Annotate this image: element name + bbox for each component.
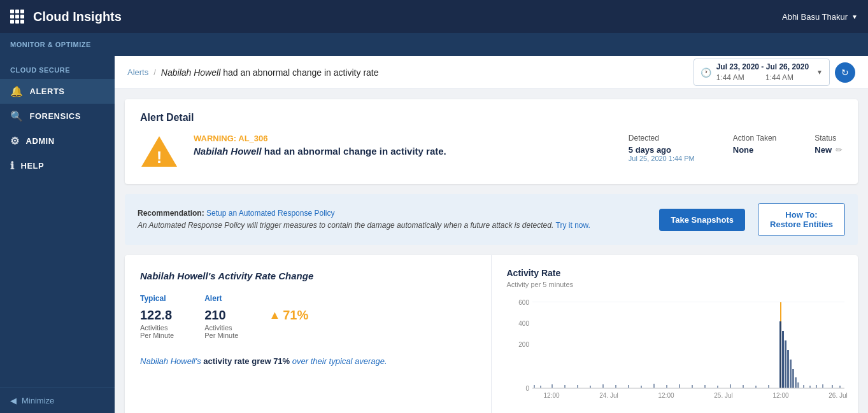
activity-title: Nabilah Howell's Activity Rate Change xyxy=(140,270,476,281)
app-title: Cloud Insights xyxy=(33,10,782,24)
activity-chart: 600 400 200 0 xyxy=(507,296,851,413)
arrow-up-icon: ▲ xyxy=(269,309,280,322)
recommendation-banner: Recommendation: Setup an Automated Respo… xyxy=(125,194,858,245)
stats-table: Typical 122.8 Activities Per Minute Aler… xyxy=(140,294,476,339)
typical-header: Typical xyxy=(140,294,174,303)
svg-rect-42 xyxy=(809,386,811,388)
svg-rect-39 xyxy=(795,377,797,388)
alert-col: Alert 210 Activities Per Minute xyxy=(204,294,238,339)
sidebar-item-forensics-label: FORENSICS xyxy=(30,111,81,121)
svg-rect-11 xyxy=(532,302,844,388)
svg-rect-18 xyxy=(590,386,591,388)
svg-rect-44 xyxy=(822,384,823,388)
svg-rect-43 xyxy=(816,385,817,388)
monitor-bar: MONITOR & OPTIMIZE xyxy=(0,33,868,56)
sidebar-item-admin-label: ADMIN xyxy=(26,136,55,146)
alert-sub1: Activities xyxy=(204,324,238,332)
chevron-left-icon: ◀ xyxy=(10,396,17,405)
breadcrumb-separator: / xyxy=(153,67,156,77)
svg-rect-25 xyxy=(679,384,680,388)
gear-icon: ⚙ xyxy=(10,135,20,147)
typical-col: Typical 122.8 Activities Per Minute xyxy=(140,294,174,339)
take-snapshots-button[interactable]: Take Snapshots xyxy=(659,209,745,231)
activity-section: Nabilah Howell's Activity Rate Change Ty… xyxy=(125,255,858,413)
rec-body: An Automated Response Policy will trigge… xyxy=(138,221,556,230)
refresh-button[interactable]: ↻ xyxy=(835,62,855,83)
sidebar-section-label: CLOUD SECURE xyxy=(0,56,115,79)
action-block: Action Taken None xyxy=(733,134,777,162)
svg-rect-35 xyxy=(785,340,786,388)
warning-triangle-svg: ! xyxy=(140,134,178,169)
typical-sub2: Per Minute xyxy=(140,332,174,339)
alert-sub2: Per Minute xyxy=(204,332,238,339)
chart-container: 600 400 200 0 xyxy=(507,296,851,413)
clock-icon: 🕐 xyxy=(701,67,711,78)
detected-date: Jul 25, 2020 1:44 PM xyxy=(629,155,695,162)
status-label: Status xyxy=(815,134,843,143)
detected-label: Detected xyxy=(629,134,695,143)
svg-rect-16 xyxy=(564,385,566,388)
chart-subtitle: Activity per 5 minutes xyxy=(507,281,851,288)
top-nav: Cloud Insights Abhi Basu Thakur ▼ xyxy=(0,0,868,33)
svg-rect-20 xyxy=(615,385,616,388)
bell-icon: 🔔 xyxy=(10,85,24,97)
time-range-times: 1:44 AM 1:44 AM xyxy=(716,73,809,83)
activity-left: Nabilah Howell's Activity Rate Change Ty… xyxy=(125,255,492,413)
status-value: New xyxy=(815,145,832,155)
svg-rect-15 xyxy=(551,384,553,388)
svg-text:400: 400 xyxy=(518,320,529,327)
svg-text:600: 600 xyxy=(518,299,529,306)
svg-rect-28 xyxy=(717,386,718,388)
svg-text:24. Jul: 24. Jul xyxy=(599,392,618,399)
breadcrumb-bar: Alerts / Nabilah Howell had an abnormal … xyxy=(115,56,868,89)
sidebar-item-forensics[interactable]: 🔍 FORENSICS xyxy=(0,104,115,129)
user-info[interactable]: Abhi Basu Thakur ▼ xyxy=(782,12,858,22)
svg-rect-23 xyxy=(653,384,655,388)
alert-info-main: WARNING: AL_306 Nabilah Howell had an ab… xyxy=(194,134,601,157)
sidebar-item-alerts[interactable]: 🔔 ALERTS xyxy=(0,79,115,104)
svg-text:12:00: 12:00 xyxy=(658,392,674,399)
chart-title: Activity Rate xyxy=(507,268,851,278)
alert-detail-title: Alert Detail xyxy=(140,112,843,123)
how-to-button[interactable]: How To:Restore Entities xyxy=(758,203,845,236)
alert-header: Alert xyxy=(204,294,238,303)
content-area: Alerts / Nabilah Howell had an abnormal … xyxy=(115,56,868,413)
change-value: ▲ 71% xyxy=(269,308,308,323)
alert-description: Nabilah Howell had an abnormal change in… xyxy=(194,146,601,157)
alerts-breadcrumb-link[interactable]: Alerts xyxy=(127,67,148,77)
svg-rect-14 xyxy=(540,386,541,388)
time-range-selector[interactable]: 🕐 Jul 23, 2020 - Jul 26, 2020 1:44 AM 1:… xyxy=(694,59,830,87)
sidebar-item-alerts-label: ALERTS xyxy=(30,87,65,96)
chevron-down-icon: ▼ xyxy=(851,13,858,20)
sidebar-item-admin[interactable]: ⚙ ADMIN xyxy=(0,129,115,153)
search-icon: 🔍 xyxy=(10,110,24,122)
minimize-button[interactable]: ◀ Minimize xyxy=(0,388,115,413)
svg-rect-32 xyxy=(768,385,769,388)
status-block: Status New ✏ xyxy=(815,134,843,162)
svg-rect-27 xyxy=(704,385,706,388)
svg-rect-41 xyxy=(803,385,804,388)
user-name: Abhi Basu Thakur xyxy=(782,12,848,22)
svg-rect-45 xyxy=(832,385,833,388)
svg-rect-30 xyxy=(743,385,744,388)
try-now-link[interactable]: Try it now. xyxy=(556,221,590,230)
svg-text:0: 0 xyxy=(525,385,529,392)
svg-rect-37 xyxy=(790,360,792,388)
sidebar-item-help-label: HELP xyxy=(21,161,45,171)
edit-icon[interactable]: ✏ xyxy=(836,145,843,155)
svg-rect-21 xyxy=(628,385,629,388)
svg-rect-31 xyxy=(755,386,757,388)
svg-rect-19 xyxy=(602,384,604,388)
sidebar-item-help[interactable]: ℹ HELP xyxy=(0,153,115,178)
detected-ago: 5 days ago xyxy=(629,145,695,155)
svg-rect-22 xyxy=(641,386,642,388)
svg-text:25. Jul: 25. Jul xyxy=(714,392,732,399)
svg-text:12:00: 12:00 xyxy=(772,392,788,399)
rec-link[interactable]: Setup an Automated Response Policy xyxy=(206,209,334,218)
activity-summary: Nabilah Howell's activity rate grew 71% … xyxy=(140,354,476,368)
action-label: Action Taken xyxy=(733,134,777,143)
grid-icon[interactable] xyxy=(10,10,24,24)
action-value: None xyxy=(733,145,777,155)
svg-rect-46 xyxy=(839,386,841,388)
detected-block: Detected 5 days ago Jul 25, 2020 1:44 PM xyxy=(629,134,695,162)
